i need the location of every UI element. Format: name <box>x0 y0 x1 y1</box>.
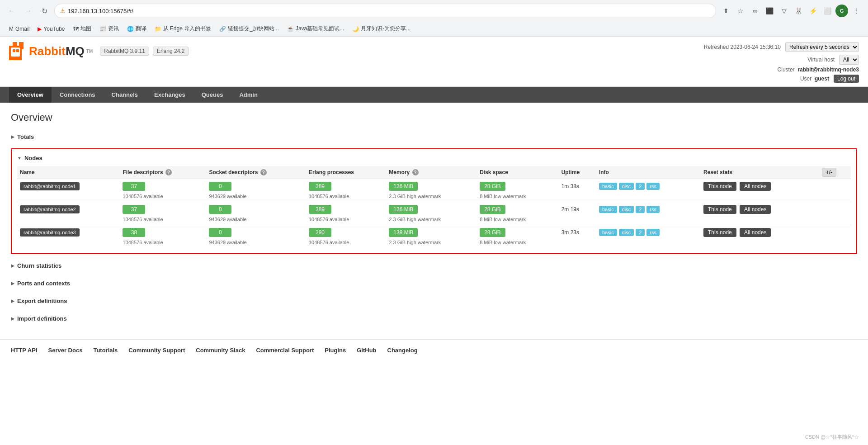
logout-button[interactable]: Log out <box>834 75 859 83</box>
nodes-section-header[interactable]: ▼ Nodes <box>17 155 851 161</box>
topbar-right: Refreshed 2023-06-24 15:36:10 Refresh ev… <box>704 42 859 83</box>
socket-desc-help[interactable]: ? <box>260 169 267 175</box>
nav-channels[interactable]: Channels <box>104 87 146 103</box>
node2-all-nodes-button[interactable]: All nodes <box>740 205 771 214</box>
node3-badge-num[interactable]: 2 <box>636 229 645 236</box>
erlang-version-badge: Erlang 24.2 <box>153 47 189 56</box>
vhost-select[interactable]: All <box>839 55 859 65</box>
ports-header[interactable]: ▶ Ports and contexts <box>11 277 857 289</box>
bookmarks-bar: M Gmail ▶ YouTube 🗺 地图 📰 资讯 🌐 翻译 📁 从 Edg… <box>0 22 868 36</box>
node2-badge-rss[interactable]: rss <box>646 206 660 213</box>
node2-name-badge: rabbit@rabbitmq-node2 <box>20 205 80 213</box>
node1-file-avail: 1048576 available <box>120 192 206 202</box>
file-desc-help[interactable]: ? <box>165 169 172 175</box>
extension5-button[interactable]: ⚡ <box>807 5 819 17</box>
node3-badge-disc[interactable]: disc <box>619 229 634 236</box>
footer-http-api[interactable]: HTTP API <box>11 347 38 354</box>
cluster-value: rabbit@rabbitmq-node3 <box>797 66 859 73</box>
news-icon: 📰 <box>99 26 106 32</box>
rabbit-logo: RabbitMQ TM <box>9 42 93 60</box>
extension3-button[interactable]: ▽ <box>778 5 790 17</box>
bookmark-yueyue[interactable]: 🌙 月牙知识-为您分享... <box>349 24 414 34</box>
profile-button[interactable]: G <box>835 5 848 17</box>
forward-button[interactable]: → <box>22 5 34 17</box>
plus-minus-button[interactable]: +/- <box>822 168 836 177</box>
node2-disk-sub: 8 MiB low watermark <box>477 215 559 225</box>
back-button[interactable]: ← <box>5 5 18 17</box>
bookmark-map[interactable]: 🗺 地图 <box>70 24 95 34</box>
extension2-button[interactable]: ⬛ <box>763 5 776 17</box>
footer-community-slack[interactable]: Community Slack <box>196 347 245 354</box>
node3-info: basic disc 2 rss <box>596 225 701 239</box>
extension4-button[interactable]: 🐰 <box>792 5 805 17</box>
footer-plugins[interactable]: Plugins <box>325 347 346 354</box>
footer-changelog[interactable]: Changelog <box>387 347 418 354</box>
node1-badge-rss[interactable]: rss <box>646 183 660 190</box>
share-button[interactable]: ⬆ <box>720 5 732 17</box>
node1-disk-value: 28 GiB <box>480 182 505 191</box>
node3-name-sub <box>17 238 120 248</box>
col-memory: Memory ? <box>386 166 477 179</box>
nav-connections[interactable]: Connections <box>52 87 104 103</box>
node1-uptime: 1m 38s <box>559 179 596 193</box>
totals-header[interactable]: ▶ Totals <box>11 131 857 143</box>
memory-help[interactable]: ? <box>412 169 419 175</box>
bookmark-edge-import[interactable]: 📁 从 Edge 导入的书签 <box>151 24 215 34</box>
reload-button[interactable]: ↻ <box>38 5 51 17</box>
node1-badge-num[interactable]: 2 <box>636 183 645 190</box>
node1-info: basic disc 2 rss <box>596 179 701 193</box>
rabbitmq-version-badge: RabbitMQ 3.9.11 <box>100 47 149 56</box>
import-header[interactable]: ▶ Import definitions <box>11 312 857 325</box>
node3-badge-rss[interactable]: rss <box>646 229 660 236</box>
split-button[interactable]: ⬜ <box>821 5 834 17</box>
rabbit-logo-svg <box>9 42 27 60</box>
export-header[interactable]: ▶ Export definitions <box>11 295 857 307</box>
main-content: Overview ▶ Totals ▼ Nodes Name File desc… <box>0 103 868 339</box>
bookmark-youtube[interactable]: ▶ YouTube <box>34 24 68 33</box>
footer-commercial-support[interactable]: Commercial Support <box>256 347 314 354</box>
nav-admin[interactable]: Admin <box>231 87 265 103</box>
bookmark-button[interactable]: ☆ <box>734 5 747 17</box>
nav-queues[interactable]: Queues <box>193 87 231 103</box>
bookmark-link-submit[interactable]: 🔗 链接提交_加快网站... <box>216 24 283 34</box>
node2-name-sub <box>17 215 120 225</box>
node1-this-node-button[interactable]: This node <box>703 182 736 191</box>
node3-this-node-button[interactable]: This node <box>703 228 736 237</box>
col-uptime: Uptime <box>559 166 596 179</box>
bookmark-news[interactable]: 📰 资讯 <box>96 24 123 34</box>
node2-badge-basic[interactable]: basic <box>599 206 617 213</box>
node2-socket-avail: 943629 available <box>206 215 306 225</box>
node3-badge-basic[interactable]: basic <box>599 229 617 236</box>
node2-badge-disc[interactable]: disc <box>619 206 634 213</box>
bookmark-translate[interactable]: 🌐 翻译 <box>123 24 150 34</box>
menu-button[interactable]: ⋮ <box>850 5 863 17</box>
nav-overview[interactable]: Overview <box>9 87 52 103</box>
version-badges: RabbitMQ 3.9.11 Erlang 24.2 <box>100 47 189 56</box>
node1-badge-basic[interactable]: basic <box>599 183 617 190</box>
footer-server-docs[interactable]: Server Docs <box>48 347 83 354</box>
node2-badge-num[interactable]: 2 <box>636 206 645 213</box>
churn-section: ▶ Churn statistics <box>11 260 857 272</box>
footer-tutorials[interactable]: Tutorials <box>93 347 118 354</box>
nodes-triangle: ▼ <box>17 156 22 161</box>
nodes-table: Name File descriptors ? Socket descripto… <box>17 166 851 248</box>
node2-pm-sub <box>819 215 851 225</box>
node1-badge-disc[interactable]: disc <box>619 183 634 190</box>
node3-file-desc: 38 <box>120 225 206 239</box>
bookmark-gmail[interactable]: M Gmail <box>5 24 33 33</box>
node3-all-nodes-button[interactable]: All nodes <box>740 228 771 237</box>
churn-header[interactable]: ▶ Churn statistics <box>11 260 857 272</box>
footer-github[interactable]: GitHub <box>357 347 376 354</box>
col-name: Name <box>17 166 120 179</box>
refresh-select[interactable]: Refresh every 5 seconds Manually Every 1… <box>785 42 859 52</box>
refresh-info-row: Refreshed 2023-06-24 15:36:10 Refresh ev… <box>704 42 859 52</box>
footer-community-support[interactable]: Community Support <box>128 347 185 354</box>
nav-exchanges[interactable]: Exchanges <box>146 87 193 103</box>
address-bar[interactable]: ⚠ 192.168.13.100:15675/#/ <box>54 4 716 18</box>
extension1-button[interactable]: ∞ <box>749 5 761 17</box>
bookmark-java[interactable]: ☕ Java基础常见面试... <box>283 24 348 34</box>
node2-disk: 28 GiB <box>477 202 559 216</box>
node3-erlang-proc-value: 390 <box>309 228 331 237</box>
node1-all-nodes-button[interactable]: All nodes <box>740 182 771 191</box>
node2-this-node-button[interactable]: This node <box>703 205 736 214</box>
